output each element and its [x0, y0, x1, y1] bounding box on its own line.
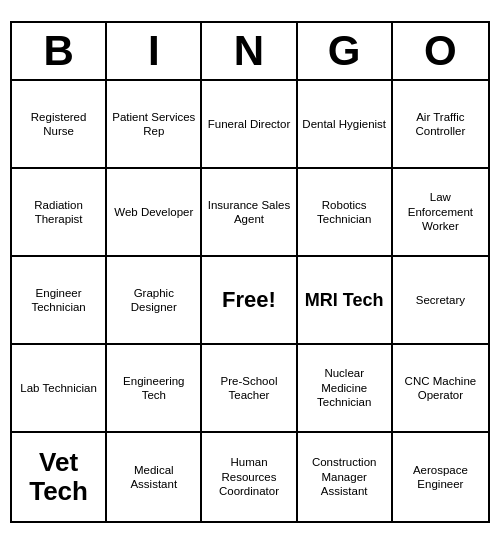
bingo-letter-n: N [202, 23, 297, 79]
bingo-letter-o: O [393, 23, 488, 79]
bingo-cell-1: Patient Services Rep [107, 81, 202, 169]
bingo-cell-24: Aerospace Engineer [393, 433, 488, 521]
bingo-cell-7: Insurance Sales Agent [202, 169, 297, 257]
bingo-cell-18: Nuclear Medicine Technician [298, 345, 393, 433]
bingo-cell-8: Robotics Technician [298, 169, 393, 257]
bingo-cell-3: Dental Hygienist [298, 81, 393, 169]
bingo-cell-6: Web Developer [107, 169, 202, 257]
bingo-grid: Registered NursePatient Services RepFune… [12, 81, 488, 521]
bingo-cell-9: Law Enforcement Worker [393, 169, 488, 257]
bingo-cell-14: Secretary [393, 257, 488, 345]
bingo-card: BINGO Registered NursePatient Services R… [10, 21, 490, 523]
bingo-cell-4: Air Traffic Controller [393, 81, 488, 169]
bingo-cell-22: Human Resources Coordinator [202, 433, 297, 521]
bingo-cell-19: CNC Machine Operator [393, 345, 488, 433]
bingo-cell-12: Free! [202, 257, 297, 345]
bingo-cell-20: Vet Tech [12, 433, 107, 521]
bingo-cell-5: Radiation Therapist [12, 169, 107, 257]
bingo-cell-0: Registered Nurse [12, 81, 107, 169]
bingo-cell-21: Medical Assistant [107, 433, 202, 521]
bingo-letter-b: B [12, 23, 107, 79]
bingo-cell-15: Lab Technician [12, 345, 107, 433]
bingo-cell-2: Funeral Director [202, 81, 297, 169]
bingo-cell-16: Engineering Tech [107, 345, 202, 433]
bingo-cell-10: Engineer Technician [12, 257, 107, 345]
bingo-cell-23: Construction Manager Assistant [298, 433, 393, 521]
bingo-header: BINGO [12, 23, 488, 81]
bingo-letter-i: I [107, 23, 202, 79]
bingo-cell-11: Graphic Designer [107, 257, 202, 345]
bingo-cell-17: Pre-School Teacher [202, 345, 297, 433]
bingo-letter-g: G [298, 23, 393, 79]
bingo-cell-13: MRI Tech [298, 257, 393, 345]
